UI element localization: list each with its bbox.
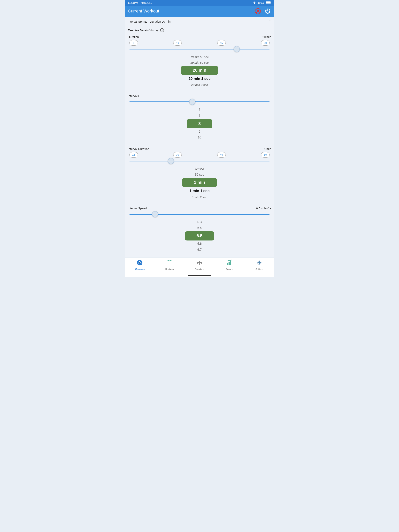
interval-speed-picker: 6.3 6.4 6.5 6.6 6.7 <box>128 218 271 254</box>
collapse-icon[interactable]: ⌃ <box>269 20 271 23</box>
reports-tab-label: Reports <box>225 268 233 270</box>
duration-track <box>129 49 270 50</box>
status-date: Mon Jul 1 <box>141 1 152 4</box>
duration-label: Duration <box>128 35 139 38</box>
interval-speed-thumb[interactable] <box>152 211 158 217</box>
status-time: 11:51PM <box>128 1 138 4</box>
intervals-track <box>129 101 270 102</box>
svg-rect-25 <box>230 261 231 265</box>
svg-rect-22 <box>200 262 201 263</box>
tab-bar: Workouts Routines <box>125 258 274 274</box>
duration-option-3-selected: 20 min <box>181 66 218 75</box>
duration-tick-3: 15 <box>217 40 226 45</box>
intervals-option-1: 6 <box>199 107 200 113</box>
interval-speed-option-5: 6.7 <box>197 247 202 253</box>
interval-speed-section: Interval Speed 6.5 miles/hr 6.3 6.4 6.5 … <box>125 205 274 257</box>
workouts-icon <box>137 260 143 267</box>
intervals-thumb[interactable] <box>189 99 195 105</box>
workouts-tab-label: Workouts <box>135 268 145 270</box>
interval-dur-option-1: 58 sec <box>195 166 204 172</box>
interval-dur-tick-4: 60 <box>261 152 270 158</box>
duration-picker: 19 min 58 sec 19 min 59 sec 20 min 20 mi… <box>128 53 271 89</box>
intervals-section: Intervals 8 6 7 8 9 10 <box>125 93 274 145</box>
status-indicators: 100% <box>253 1 271 5</box>
intervals-option-2: 7 <box>199 113 200 119</box>
svg-rect-24 <box>229 262 230 265</box>
svg-point-28 <box>228 260 229 261</box>
interval-speed-header: Interval Speed 6.5 miles/hr <box>128 207 271 210</box>
interval-duration-track <box>129 161 270 161</box>
interval-duration-ticks: 15 30 45 60 <box>128 152 271 158</box>
svg-rect-17 <box>169 264 170 264</box>
interval-duration-label: Interval Duration <box>128 147 149 151</box>
interval-speed-slider[interactable] <box>128 211 271 217</box>
exercise-details-header: Exercise Details/History i <box>125 26 274 34</box>
svg-rect-16 <box>168 264 169 264</box>
interval-speed-option-4: 6.6 <box>197 241 202 247</box>
settings-tab-label: Settings <box>255 268 263 270</box>
svg-point-26 <box>232 260 232 260</box>
tab-workouts[interactable]: Workouts <box>132 260 148 270</box>
duration-thumb[interactable] <box>234 46 240 52</box>
svg-point-27 <box>230 260 231 261</box>
duration-ticks: 5 10 15 20 <box>128 40 271 45</box>
intervals-option-4: 9 <box>199 129 200 134</box>
interval-speed-option-1: 6.3 <box>197 219 202 225</box>
svg-rect-13 <box>168 263 169 263</box>
interval-dur-tick-3: 45 <box>217 152 226 158</box>
duration-option-2: 19 min 59 sec <box>190 60 208 65</box>
interval-dur-tick-1: 15 <box>129 152 138 158</box>
battery-icon <box>266 1 271 5</box>
duration-option-1: 19 min 58 sec <box>190 54 208 60</box>
duration-tick-2: 10 <box>173 40 182 45</box>
svg-rect-10 <box>168 260 169 261</box>
power-button[interactable] <box>264 8 271 15</box>
tab-reports[interactable]: Reports <box>222 260 237 270</box>
routines-tab-label: Routines <box>165 268 174 270</box>
intervals-picker: 6 7 8 9 10 <box>128 106 271 142</box>
header-actions <box>254 8 271 15</box>
svg-rect-15 <box>170 263 171 263</box>
reports-icon <box>226 260 233 267</box>
tab-settings[interactable]: Settings <box>251 260 267 270</box>
exercises-icon <box>196 260 203 267</box>
duration-option-4: 20 min 1 sec <box>188 75 210 82</box>
interval-speed-label: Interval Speed <box>128 207 147 210</box>
section-title: Interval Sprints - Duration 20 min <box>128 20 170 23</box>
intervals-slider[interactable] <box>128 99 271 105</box>
page-title: Current Workout <box>128 9 159 14</box>
interval-speed-track <box>129 214 270 215</box>
intervals-header: Intervals 8 <box>128 94 271 98</box>
tab-routines[interactable]: Routines <box>162 260 177 270</box>
interval-duration-thumb[interactable] <box>168 158 174 164</box>
duration-value: 20 min <box>262 35 271 38</box>
wifi-icon <box>253 1 256 5</box>
intervals-option-5: 10 <box>198 134 201 140</box>
duration-header: Duration 20 min <box>128 35 271 38</box>
svg-rect-23 <box>227 263 228 265</box>
duration-tick-1: 5 <box>129 40 138 45</box>
interval-duration-value: 1 min <box>264 147 271 151</box>
interval-dur-tick-2: 30 <box>173 152 182 158</box>
info-icon[interactable]: i <box>160 28 164 32</box>
home-bar <box>188 275 211 276</box>
tab-exercises[interactable]: Exercises <box>192 260 207 270</box>
settings-icon <box>256 260 262 267</box>
routines-icon <box>166 260 173 267</box>
interval-duration-slider[interactable] <box>128 158 271 164</box>
svg-rect-1 <box>266 2 270 4</box>
interval-duration-header: Interval Duration 1 min <box>128 147 271 151</box>
main-content: Interval Sprints - Duration 20 min ⌃ Exe… <box>125 17 274 257</box>
app-header: Current Workout <box>125 6 274 17</box>
svg-rect-21 <box>198 262 199 263</box>
interval-dur-option-4: 1 min 1 sec <box>190 188 209 194</box>
close-button[interactable] <box>254 8 261 15</box>
duration-section: Duration 20 min 5 10 15 20 19 min 58 sec… <box>125 34 274 92</box>
exercises-tab-label: Exercises <box>195 268 204 270</box>
interval-speed-option-2: 6.4 <box>197 225 202 231</box>
home-indicator <box>125 274 274 277</box>
exercise-details-label: Exercise Details/History <box>128 29 159 32</box>
duration-slider[interactable] <box>128 46 271 52</box>
interval-speed-option-3-selected: 6.5 <box>185 231 214 241</box>
intervals-label: Intervals <box>128 94 139 98</box>
